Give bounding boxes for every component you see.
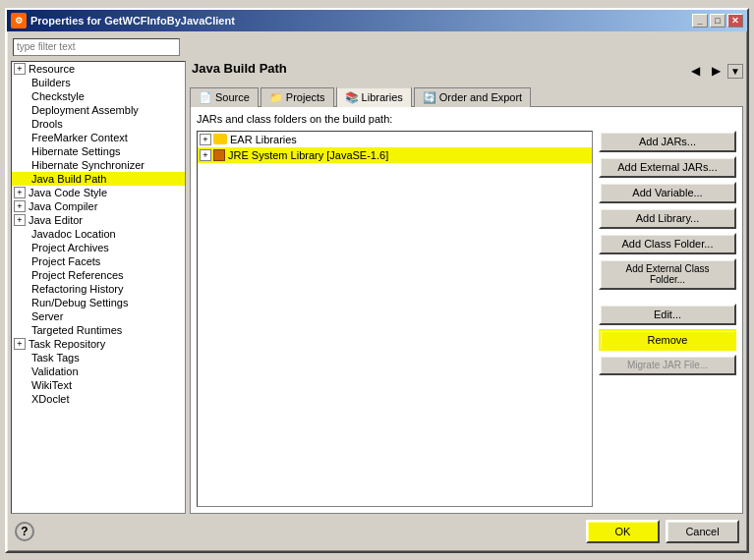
lib-expand-icon[interactable]: +: [200, 149, 211, 161]
tree-item-wikitext[interactable]: WikiText: [12, 378, 185, 392]
minimize-button[interactable]: _: [692, 14, 708, 28]
right-panel-title: Java Build Path: [190, 61, 287, 76]
expand-icon[interactable]: +: [14, 338, 26, 350]
tree-item-server[interactable]: Server: [12, 309, 185, 323]
tab-order-label: Order and Export: [439, 91, 522, 103]
nav-forward-button[interactable]: ▶: [707, 62, 725, 80]
lib-item-ear[interactable]: + EAR Libraries: [198, 132, 592, 147]
tree-item-label: Hibernate Settings: [31, 145, 121, 157]
bottom-buttons: OK Cancel: [586, 520, 739, 543]
tree-item-hibernate-sync[interactable]: Hibernate Synchronizer: [12, 158, 185, 172]
tree-item-label: Validation: [31, 365, 79, 377]
tab-libraries-icon: 📚: [345, 91, 359, 104]
tree-item-label: Javadoc Location: [31, 228, 116, 240]
lib-item-label: EAR Libraries: [230, 134, 297, 145]
tree-item-resource[interactable]: + Resource: [12, 62, 185, 76]
tree-item-deployment-assembly[interactable]: Deployment Assembly: [12, 103, 185, 117]
lib-expand-icon[interactable]: +: [200, 134, 211, 145]
tree-item-label: Project Archives: [31, 242, 109, 253]
lib-item-label: JRE System Library [JavaSE-1.6]: [228, 149, 388, 161]
tree-item-java-build-path[interactable]: Java Build Path: [12, 172, 185, 186]
tree-item-validation[interactable]: Validation: [12, 364, 185, 378]
tree-item-refactoring[interactable]: Refactoring History: [12, 282, 185, 296]
remove-button[interactable]: Remove: [599, 329, 736, 351]
tree-item-project-archives[interactable]: Project Archives: [12, 241, 185, 254]
tree-item-label: Project Facets: [31, 255, 100, 267]
tab-order-export[interactable]: 🔄 Order and Export: [414, 87, 531, 107]
jar-icon: [213, 149, 225, 161]
add-variable-button[interactable]: Add Variable...: [599, 182, 736, 203]
tree-item-label: Resource: [29, 63, 75, 75]
nav-arrows: ◀ ▶ ▼: [686, 62, 743, 80]
nav-dropdown-button[interactable]: ▼: [727, 64, 743, 79]
tree-item-run-debug[interactable]: Run/Debug Settings: [12, 296, 185, 309]
maximize-button[interactable]: □: [710, 14, 725, 28]
build-path-description: JARs and class folders on the build path…: [197, 113, 736, 125]
add-library-button[interactable]: Add Library...: [599, 207, 736, 229]
tree-item-builders[interactable]: Builders: [12, 76, 185, 89]
expand-icon[interactable]: +: [14, 187, 26, 198]
tab-source-label: Source: [215, 91, 250, 103]
tree-item-java-code-style[interactable]: + Java Code Style: [12, 186, 185, 199]
tab-source[interactable]: 📄 Source: [190, 87, 259, 107]
tree-item-label: Java Compiler: [29, 200, 97, 212]
tree-item-label: Java Editor: [29, 214, 83, 226]
expand-icon[interactable]: +: [14, 214, 26, 226]
tab-projects[interactable]: 📁 Projects: [261, 87, 334, 107]
add-external-jars-button[interactable]: Add External JARs...: [599, 156, 736, 178]
tree-item-label: Builders: [31, 77, 71, 88]
nav-back-button[interactable]: ◀: [686, 62, 705, 80]
tree-item-java-compiler[interactable]: + Java Compiler: [12, 199, 185, 213]
window-content: + Resource Builders Checkstyle Deploymen…: [7, 31, 747, 551]
tree-item-project-facets[interactable]: Project Facets: [12, 254, 185, 268]
tab-projects-label: Projects: [286, 91, 325, 103]
tree-item-label: Drools: [31, 118, 63, 130]
tree-item-java-editor[interactable]: + Java Editor: [12, 213, 185, 227]
window-title: Properties for GetWCFInfoByJavaClient: [30, 15, 692, 27]
tree-item-project-references[interactable]: Project References: [12, 268, 185, 282]
libraries-container: + EAR Libraries + JRE System Library [Ja…: [197, 131, 736, 507]
tree-item-javadoc[interactable]: Javadoc Location: [12, 227, 185, 241]
tree-item-label: Run/Debug Settings: [31, 297, 128, 308]
ok-button[interactable]: OK: [586, 520, 660, 543]
tree-item-freemarker[interactable]: FreeMarker Context: [12, 131, 185, 144]
migrate-jar-button[interactable]: Migrate JAR File...: [599, 355, 736, 375]
tree-item-targeted-runtimes[interactable]: Targeted Runtimes: [12, 323, 185, 337]
tab-libraries[interactable]: 📚 Libraries: [336, 86, 412, 107]
tree-item-label: Project References: [31, 269, 124, 281]
tab-libraries-label: Libraries: [362, 91, 403, 103]
help-button[interactable]: ?: [15, 522, 34, 541]
left-panel: + Resource Builders Checkstyle Deploymen…: [11, 61, 186, 514]
expand-icon[interactable]: +: [14, 200, 26, 212]
edit-button[interactable]: Edit...: [599, 304, 736, 325]
tree-item-task-tags[interactable]: Task Tags: [12, 351, 185, 364]
tree-item-label: Refactoring History: [31, 283, 124, 295]
title-bar-buttons: _ □ ✕: [692, 14, 743, 28]
expand-icon[interactable]: +: [14, 63, 26, 75]
tree-item-label: XDoclet: [31, 393, 70, 405]
tree-item-label: Checkstyle: [31, 90, 85, 102]
cancel-button[interactable]: Cancel: [666, 520, 739, 543]
tab-content: JARs and class folders on the build path…: [190, 106, 743, 514]
tree-item-xdoclet[interactable]: XDoclet: [12, 392, 185, 406]
tree-item-label: Task Tags: [31, 352, 80, 364]
tree-item-task-repository[interactable]: + Task Repository: [12, 337, 185, 351]
title-bar: ⚙ Properties for GetWCFInfoByJavaClient …: [7, 10, 747, 31]
tab-bar: 📄 Source 📁 Projects 📚 Libraries 🔄 Order …: [190, 85, 743, 106]
bottom-bar: ? OK Cancel: [11, 514, 743, 547]
filter-row: [11, 35, 743, 59]
filter-input[interactable]: [13, 38, 180, 56]
lib-item-jre[interactable]: + JRE System Library [JavaSE-1.6]: [198, 147, 592, 163]
add-external-class-folder-button[interactable]: Add External Class Folder...: [599, 258, 736, 290]
add-jars-button[interactable]: Add JARs...: [599, 131, 736, 152]
tree-item-checkstyle[interactable]: Checkstyle: [12, 89, 185, 103]
close-button[interactable]: ✕: [727, 14, 743, 28]
tree-item-label: FreeMarker Context: [31, 132, 128, 143]
tree-item-label: Task Repository: [29, 338, 105, 350]
tree-item-drools[interactable]: Drools: [12, 117, 185, 131]
tree-item-label: Java Code Style: [29, 187, 107, 198]
add-class-folder-button[interactable]: Add Class Folder...: [599, 233, 736, 254]
tab-order-icon: 🔄: [423, 91, 436, 104]
tree-item-hibernate-settings[interactable]: Hibernate Settings: [12, 144, 185, 158]
tree-item-label: Hibernate Synchronizer: [31, 159, 145, 171]
